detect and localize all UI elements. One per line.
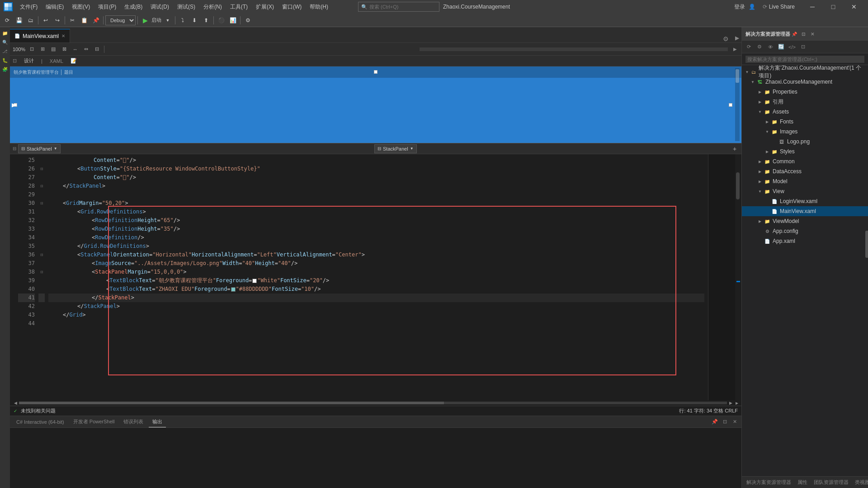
tab-xaml[interactable]: XAML: [48, 58, 65, 64]
undo-icon[interactable]: ↩: [40, 15, 51, 26]
output-tab-errors[interactable]: 错误列表: [120, 417, 147, 427]
preview-expand-left[interactable]: ▶: [12, 102, 16, 108]
debug-config-dropdown[interactable]: Debug: [105, 15, 136, 25]
tree-solution-root[interactable]: ▼ 🗂 解决方案'Zhaoxi.CourseManagement'(1 个项目): [742, 67, 868, 77]
element-right-selector[interactable]: ⊟ StackPanel ▼: [374, 144, 417, 153]
tree-assets[interactable]: ▼ 📁 Assets: [742, 107, 868, 117]
step-into-icon[interactable]: ⬇: [189, 15, 200, 26]
code-content[interactable]: Content=""/> <Button Style="{StaticReso…: [45, 154, 708, 400]
se-props-btn[interactable]: ⚙: [755, 42, 764, 52]
se-float-btn[interactable]: ⊡: [799, 30, 807, 38]
tree-model[interactable]: ▶ 📁 Model: [742, 176, 868, 186]
activity-extensions-icon[interactable]: 🧩: [1, 65, 9, 73]
se-resize-handle[interactable]: [865, 231, 868, 258]
grid-view-icon[interactable]: ⊞: [38, 45, 47, 54]
se-tab-team[interactable]: 团队资源管理器: [811, 477, 851, 488]
save-icon[interactable]: 💾: [14, 15, 24, 26]
menu-view[interactable]: 视图(V): [68, 1, 94, 13]
collapse-26[interactable]: ⊟: [38, 165, 45, 173]
tree-common[interactable]: ▶ 📁 Common: [742, 156, 868, 166]
add-element-button[interactable]: +: [731, 145, 739, 153]
tree-viewmodel[interactable]: ▶ 📁 ViewModel: [742, 216, 868, 226]
activity-search-icon[interactable]: 🔍: [1, 38, 9, 46]
start-label[interactable]: 启动: [151, 17, 161, 24]
activity-debug-icon[interactable]: 🐛: [1, 56, 9, 64]
menu-tools[interactable]: 工具(T): [226, 1, 251, 13]
save-all-icon[interactable]: 🗂: [25, 15, 36, 26]
se-close-btn[interactable]: ✕: [808, 30, 816, 38]
snap-icon[interactable]: ⊠: [60, 45, 69, 54]
se-designer-btn[interactable]: ⊡: [798, 42, 808, 52]
tree-view[interactable]: ▼ 📁 View: [742, 186, 868, 196]
collapse-28[interactable]: ⊟: [38, 182, 45, 190]
more-tools-icon[interactable]: ⚙: [242, 15, 253, 26]
menu-test[interactable]: 测试(S): [174, 1, 199, 13]
output-tab-output[interactable]: 输出: [149, 417, 166, 427]
search-input[interactable]: [369, 4, 433, 9]
start-button[interactable]: ▶: [140, 15, 151, 26]
tree-logo-png[interactable]: ▶ 🖼 Logo.png: [742, 137, 868, 147]
maximize-button[interactable]: □: [823, 0, 844, 14]
redo-icon[interactable]: ↪: [52, 15, 63, 26]
tree-app-config[interactable]: ▶ ⚙ App.config: [742, 226, 868, 236]
aspect-icon[interactable]: ⇔: [81, 45, 90, 54]
preview-scrollbar[interactable]: [735, 68, 740, 141]
editor-settings-icon[interactable]: ⚙: [723, 35, 729, 43]
tree-mainview-xaml[interactable]: ▶ 📄 MainView.xaml: [742, 206, 868, 216]
tree-fonts[interactable]: ▶ 📁 Fonts: [742, 117, 868, 127]
tab-design[interactable]: 设计: [22, 57, 36, 64]
se-pin-btn[interactable]: 📌: [790, 30, 798, 38]
se-refresh-btn[interactable]: 🔄: [776, 42, 786, 52]
se-tab-properties[interactable]: 属性: [795, 477, 810, 488]
table-view-icon[interactable]: ▤: [49, 45, 58, 54]
menu-edit[interactable]: 编辑(E): [42, 1, 67, 13]
tree-dataaccess[interactable]: ▶ 📁 DataAccess: [742, 166, 868, 176]
menu-project[interactable]: 项目(P): [94, 1, 120, 13]
se-sync-btn[interactable]: ⟳: [744, 42, 754, 52]
scroll-right-btn[interactable]: ▶: [731, 46, 739, 53]
align-icon[interactable]: ⊟: [92, 45, 101, 54]
tab-mainview-xaml[interactable]: 📄 MainView.xaml ✕: [10, 29, 70, 43]
horizontal-scrollbar-top[interactable]: [420, 47, 728, 51]
start-dropdown-icon[interactable]: ▼: [162, 15, 173, 26]
element-left-selector[interactable]: ⊟ StackPanel ▼: [18, 144, 61, 153]
resize-handle-right[interactable]: [729, 103, 732, 107]
menu-help[interactable]: 帮助(H): [306, 1, 332, 13]
collapse-36[interactable]: ⊟: [38, 251, 45, 259]
se-code-view-btn[interactable]: </>: [787, 42, 797, 52]
se-show-all-btn[interactable]: 👁: [765, 42, 775, 52]
cut-icon[interactable]: ✂: [67, 15, 78, 26]
vertical-scrollbar[interactable]: [735, 154, 741, 400]
paste-icon[interactable]: 📌: [90, 15, 101, 26]
live-share-button[interactable]: ⟳ Live Share: [759, 2, 798, 12]
se-tab-classview[interactable]: 类视图: [852, 477, 868, 488]
se-tab-solution[interactable]: 解决方案资源管理器: [744, 477, 794, 488]
output-tab-powershell[interactable]: 开发者 PowerShell: [70, 417, 118, 427]
menu-file[interactable]: 文件(F): [16, 1, 41, 13]
tree-images[interactable]: ▼ 📁 Images: [742, 127, 868, 137]
minimize-button[interactable]: ─: [802, 0, 823, 14]
diagnostics-icon[interactable]: 📊: [227, 15, 238, 26]
menu-build[interactable]: 生成(B): [121, 1, 146, 13]
scroll-expand-btn[interactable]: ▶: [734, 401, 740, 405]
collapse-38[interactable]: ⊟: [38, 268, 45, 276]
tab-close-button[interactable]: ✕: [61, 33, 65, 38]
resize-icon[interactable]: ↔: [71, 45, 80, 54]
output-tab-csharp[interactable]: C# Interactive (64-bit): [13, 417, 68, 426]
tree-styles[interactable]: ▶ 📁 Styles: [742, 147, 868, 156]
menu-debug[interactable]: 调试(D): [147, 1, 173, 13]
step-out-icon[interactable]: ⬆: [201, 15, 212, 26]
zoom-fit-icon[interactable]: ⊡: [27, 45, 36, 54]
menu-extensions[interactable]: 扩展(X): [252, 1, 278, 13]
se-search-input[interactable]: [745, 56, 864, 63]
activity-git-icon[interactable]: ⎇: [1, 47, 9, 55]
login-button[interactable]: 登录: [734, 3, 745, 11]
copy-icon[interactable]: 📋: [79, 15, 90, 26]
new-project-icon[interactable]: ⟳: [2, 15, 13, 26]
menu-window[interactable]: 窗口(W): [278, 1, 305, 13]
scroll-right-btn-bottom[interactable]: ▶: [727, 401, 734, 405]
breakpoints-icon[interactable]: ⚫: [216, 15, 226, 26]
output-close-btn[interactable]: ✕: [731, 418, 739, 426]
close-button[interactable]: ✕: [844, 0, 864, 14]
collapse-30[interactable]: ⊟: [38, 199, 45, 208]
